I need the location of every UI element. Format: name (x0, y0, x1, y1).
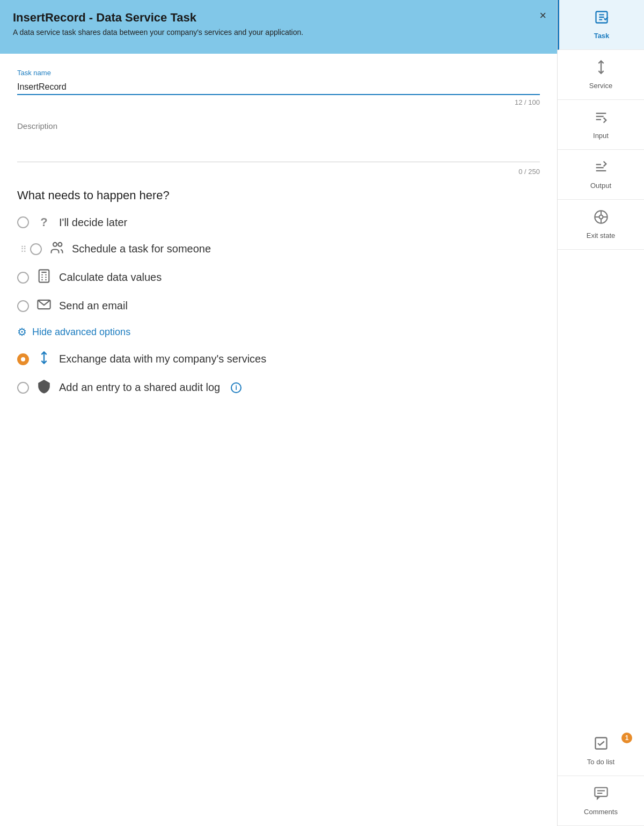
sidebar-item-input[interactable]: Input (558, 100, 644, 150)
option-schedule-task[interactable]: ⠿ Schedule a task for someone (17, 240, 540, 258)
svg-point-0 (53, 243, 57, 247)
advanced-toggle[interactable]: ⚙ Hide advanced options (17, 325, 540, 338)
option-exchange-label: Exchange data with my company's services (59, 353, 266, 365)
option-audit-log[interactable]: Add an entry to a shared audit log i (17, 379, 540, 396)
people-icon (49, 240, 64, 258)
svg-rect-2 (39, 270, 49, 282)
info-icon[interactable]: i (231, 382, 241, 393)
sidebar-item-task[interactable]: Task (558, 0, 644, 50)
option-decide-later[interactable]: ? I'll decide later (17, 215, 540, 229)
task-name-label: Task name (17, 69, 540, 77)
description-input[interactable] (17, 119, 540, 162)
sidebar-item-todo[interactable]: 1 To do list (558, 726, 644, 776)
sidebar-output-label: Output (590, 182, 611, 190)
radio-audit-log[interactable] (17, 382, 29, 394)
option-exchange-data[interactable]: Exchange data with my company's services (17, 350, 540, 368)
question-icon: ? (36, 215, 52, 229)
dialog-title: InsertRecord - Data Service Task (13, 11, 544, 25)
svg-point-22 (599, 215, 603, 219)
input-icon (594, 110, 609, 128)
option-email-label: Send an email (59, 300, 128, 312)
svg-rect-28 (595, 788, 607, 796)
description-field: 0 / 250 (17, 119, 540, 176)
sidebar-exit-state-label: Exit state (587, 231, 615, 240)
dialog-description: A data service task shares data between … (13, 28, 389, 37)
option-send-email[interactable]: Send an email (17, 297, 540, 315)
gear-icon: ⚙ (17, 325, 27, 338)
radio-send-email[interactable] (17, 300, 29, 312)
option-audit-label: Add an entry to a shared audit log (59, 381, 220, 394)
sidebar: Task Service Input (557, 0, 644, 826)
todo-badge: 1 (621, 733, 632, 743)
option-calculate[interactable]: Calculate data values (17, 269, 540, 286)
sidebar-comments-label: Comments (584, 808, 618, 816)
service-icon (594, 60, 609, 78)
description-char-count: 0 / 250 (17, 168, 540, 176)
radio-schedule-task[interactable] (30, 243, 42, 255)
option-schedule-label: Schedule a task for someone (72, 243, 211, 255)
task-name-field: Task name 12 / 100 (17, 69, 540, 106)
sidebar-item-comments[interactable]: Comments (558, 776, 644, 826)
comments-icon (594, 786, 609, 805)
task-icon (594, 10, 609, 28)
todo-icon (594, 736, 609, 755)
sidebar-spacer (558, 250, 644, 726)
sidebar-todo-label: To do list (587, 758, 614, 766)
sidebar-task-label: Task (594, 32, 610, 40)
radio-calculate[interactable] (17, 272, 29, 284)
shield-icon (36, 379, 52, 396)
radio-exchange-data[interactable] (17, 353, 29, 365)
form-area: Task name 12 / 100 0 / 250 What needs to… (0, 54, 557, 826)
radio-decide-later[interactable] (17, 216, 29, 228)
sidebar-item-service[interactable]: Service (558, 50, 644, 100)
option-decide-later-label: I'll decide later (59, 216, 127, 229)
output-icon (594, 160, 609, 178)
header-panel: InsertRecord - Data Service Task A data … (0, 0, 557, 54)
main-content: InsertRecord - Data Service Task A data … (0, 0, 557, 826)
exit-state-icon (594, 209, 609, 228)
calculator-icon (36, 269, 52, 286)
close-button[interactable]: × (539, 10, 546, 21)
option-calculate-label: Calculate data values (59, 271, 162, 284)
sidebar-item-exit-state[interactable]: Exit state (558, 200, 644, 250)
advanced-toggle-label: Hide advanced options (32, 327, 130, 338)
task-name-input[interactable] (17, 80, 540, 95)
email-icon (36, 297, 52, 315)
svg-point-1 (58, 243, 62, 247)
task-name-char-count: 12 / 100 (17, 98, 540, 106)
sidebar-service-label: Service (589, 82, 612, 90)
exchange-icon (36, 350, 52, 368)
sidebar-item-output[interactable]: Output (558, 150, 644, 200)
drag-handle-icon: ⠿ (20, 244, 27, 254)
sidebar-input-label: Input (593, 132, 609, 140)
section-heading: What needs to happen here? (17, 189, 540, 202)
